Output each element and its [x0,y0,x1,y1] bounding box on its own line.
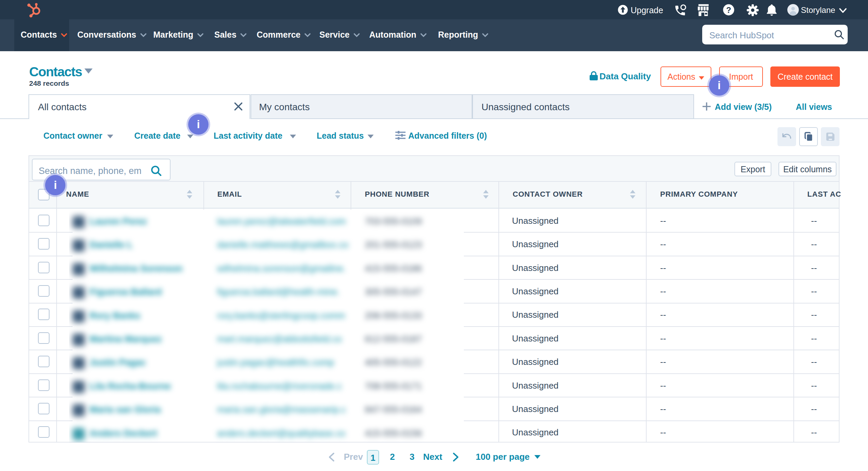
svg-text:?: ? [726,5,731,15]
